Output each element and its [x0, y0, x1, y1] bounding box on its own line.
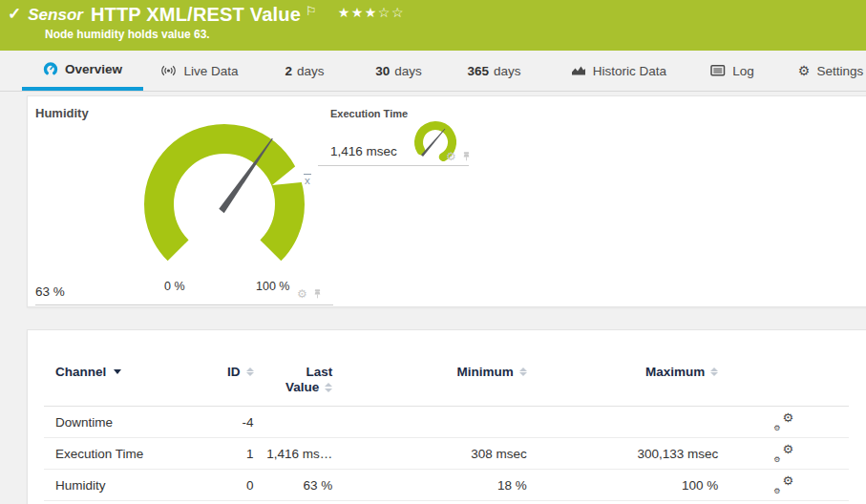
sort-icon[interactable] [710, 368, 718, 377]
column-header-channel[interactable]: Channel [44, 365, 208, 379]
tab-30-days[interactable]: 30 days [368, 51, 430, 91]
pin-icon[interactable] [461, 151, 472, 162]
tab-365-days[interactable]: 365 days [458, 51, 530, 91]
gauges-panel: Humidity x 0 % 100 % 63 % ⚙ Execution Ti… [27, 95, 866, 307]
tab-label: Log [732, 64, 754, 78]
chevron-down-icon [114, 369, 121, 374]
log-icon [710, 64, 726, 77]
sensor-type-label: Sensor [28, 4, 83, 27]
flag-icon[interactable]: ⚐ [306, 4, 317, 18]
historic-data-icon [571, 64, 586, 77]
tab-label: days [494, 64, 521, 78]
tab-label-number: 365 [467, 64, 489, 78]
pin-icon[interactable] [312, 288, 323, 300]
tab-live-data[interactable]: Live Data [156, 51, 243, 91]
channel-minimum: 18 % [332, 478, 527, 493]
humidity-gauge [140, 121, 308, 270]
tab-label: days [297, 64, 325, 78]
channel-id: -4 [208, 415, 254, 430]
table-row-humidity: Humidity 0 63 % 18 % 100 % ⚙⚙ [44, 470, 849, 501]
tab-label: Overview [65, 62, 122, 76]
table-row-execution-time: Execution Time 1 1,416 ms… 308 msec 300,… [44, 438, 849, 470]
priority-stars[interactable]: ★★★☆☆ [338, 4, 405, 21]
column-header-minimum[interactable]: Minimum [332, 365, 527, 379]
gauge-icon [43, 61, 58, 76]
sort-icon[interactable] [246, 368, 254, 377]
channel-settings-gears-icon[interactable]: ⚙⚙ [773, 446, 793, 462]
execution-time-current-value: 1,416 msec [330, 144, 397, 158]
tab-label: Live Data [183, 64, 238, 78]
tab-settings[interactable]: ⚙ Settings [792, 51, 866, 91]
sensor-status-banner: ✓ Sensor HTTP XML/REST Value ⚐ ★★★☆☆ Nod… [0, 0, 866, 51]
tab-label: days [394, 64, 422, 78]
channel-last-value: 1,416 ms… [254, 447, 333, 461]
sort-icon[interactable] [325, 383, 332, 392]
average-marker: x [304, 174, 311, 187]
gear-icon[interactable]: ⚙ [297, 288, 307, 300]
execution-time-widget-divider [318, 165, 469, 166]
channel-name: Downtime [44, 415, 208, 430]
sensor-status-message: Node humidity holds value 63. [0, 28, 866, 41]
tab-bar: Overview Live Data 2 days 30 days 365 da… [0, 51, 866, 92]
table-row-downtime: Downtime -4 ⚙⚙ [44, 407, 849, 438]
gear-icon[interactable]: ⚙ [446, 151, 456, 162]
tab-historic-data[interactable]: Historic Data [566, 51, 671, 91]
gauge-scale-max: 100 % [256, 280, 289, 293]
column-header-last-value[interactable]: Last Value [254, 365, 333, 395]
page-title: HTTP XML/REST Value [91, 4, 301, 26]
tab-label: Settings [816, 64, 863, 78]
humidity-widget-actions: ⚙ [297, 288, 323, 300]
column-header-id[interactable]: ID [208, 365, 254, 379]
humidity-gauge-title: Humidity [35, 106, 89, 120]
channel-settings-gears-icon[interactable]: ⚙⚙ [773, 414, 793, 430]
execution-time-widget-actions: ⚙ [446, 151, 472, 162]
tab-label: Historic Data [593, 64, 666, 78]
sort-icon[interactable] [519, 368, 527, 377]
table-header-row: Channel ID Last Value Minimum Maximum [44, 330, 849, 407]
channel-id: 1 [208, 447, 254, 461]
channel-name: Execution Time [44, 447, 208, 461]
humidity-current-value: 63 % [35, 284, 65, 299]
tab-label-number: 2 [285, 64, 292, 78]
channel-last-value: 63 % [254, 478, 333, 493]
check-icon: ✓ [8, 4, 21, 25]
channel-id: 0 [208, 478, 254, 493]
tab-label-number: 30 [375, 64, 390, 78]
execution-time-gauge-title: Execution Time [330, 108, 408, 119]
channel-settings-gears-icon[interactable]: ⚙⚙ [773, 477, 793, 494]
channel-minimum: 308 msec [332, 447, 527, 461]
gauge-scale-min: 0 % [164, 280, 185, 293]
banner-title-row: ✓ Sensor HTTP XML/REST Value ⚐ ★★★☆☆ [0, 0, 866, 27]
tab-log[interactable]: Log [704, 51, 761, 91]
channels-table-panel: Channel ID Last Value Minimum Maximum [27, 329, 866, 504]
sensor-overview-page: ✓ Sensor HTTP XML/REST Value ⚐ ★★★☆☆ Nod… [0, 0, 866, 504]
settings-gear-icon: ⚙ [798, 63, 811, 78]
column-header-maximum[interactable]: Maximum [527, 365, 719, 379]
tab-overview[interactable]: Overview [22, 51, 143, 91]
channel-maximum: 300,133 msec [527, 447, 719, 461]
tab-2-days[interactable]: 2 days [277, 51, 332, 91]
channel-maximum: 100 % [527, 478, 719, 493]
channel-name: Humidity [44, 478, 208, 493]
live-data-icon [160, 63, 177, 78]
humidity-widget-divider [35, 304, 333, 305]
